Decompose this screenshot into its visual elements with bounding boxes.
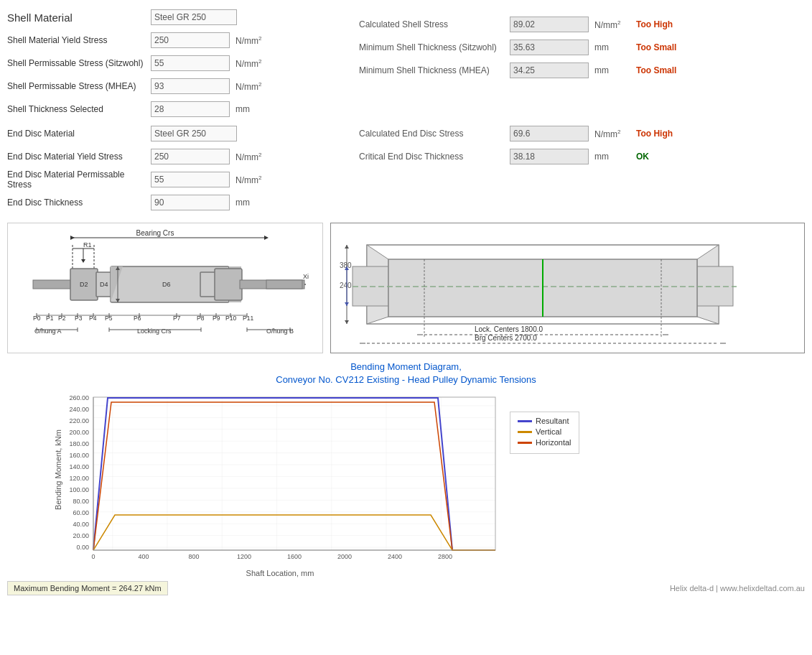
bending-moment-svg: 260.00 240.00 220.00 200.00 180.00 160.0… (57, 394, 503, 566)
shell-yield-stress-unit: N/mm2 (235, 35, 261, 46)
shell-material-input[interactable] (151, 9, 237, 25)
calc-end-disc-thick-label: Critical End Disc Thickness (359, 152, 510, 162)
x-axis-title: Shaft Location, mm (57, 569, 503, 577)
svg-text:P3: P3 (75, 315, 83, 322)
svg-text:P5: P5 (105, 315, 113, 322)
svg-text:P1: P1 (46, 315, 54, 322)
pulley-svg: Bearing Crs R1 (11, 227, 313, 349)
calc-end-disc-thick-status: OK (636, 152, 649, 162)
end-disc-thickness-label: End Disc Thickness (7, 198, 151, 208)
svg-text:D4: D4 (100, 281, 108, 288)
calc-end-disc-stress-value (510, 126, 589, 141)
legend-horizontal-label: Horizontal (536, 438, 571, 447)
svg-text:0: 0 (91, 553, 95, 560)
svg-text:100.00: 100.00 (69, 486, 89, 493)
svg-text:240.00: 240.00 (69, 406, 89, 413)
chart-title: Bending Moment Diagram, Conveyor No. CV2… (7, 361, 805, 386)
svg-rect-62 (266, 280, 302, 289)
end-disc-perm-label: End Disc Material Permissable Stress (7, 169, 151, 190)
end-disc-thickness-input[interactable] (151, 195, 230, 210)
svg-text:800: 800 (188, 553, 199, 560)
legend-horizontal: Horizontal (518, 438, 571, 447)
calc-shell-thick-sitz-label: Minimum Shell Thickness (Sitzwohl) (359, 42, 510, 52)
svg-text:O/hung B: O/hung B (266, 328, 294, 335)
svg-text:2000: 2000 (337, 553, 352, 560)
legend-vertical: Vertical (518, 427, 571, 436)
shell-thickness-unit: mm (235, 104, 250, 114)
shell-perm-sitz-label: Shell Permissable Stress (Sitzwohl) (7, 58, 151, 68)
svg-text:D2: D2 (80, 281, 88, 288)
legend-resultant: Resultant (518, 417, 571, 425)
shell-yield-stress-label: Shell Material Yield Stress (7, 35, 151, 45)
calc-shell-stress-value (510, 17, 589, 32)
end-disc-perm-unit: N/mm2 (235, 175, 261, 185)
shell-thickness-label: Shell Thickness Selected (7, 104, 151, 114)
pulley-3d-svg: 380 240 (331, 223, 755, 349)
svg-rect-90 (93, 397, 495, 550)
svg-text:200.00: 200.00 (69, 429, 89, 436)
calc-shell-stress-unit: N/mm2 (594, 19, 630, 30)
svg-text:240: 240 (340, 282, 352, 289)
svg-text:2800: 2800 (438, 553, 452, 560)
shell-perm-sitz-unit: N/mm2 (235, 58, 261, 69)
footer-bar: Maximum Bending Moment = 264.27 kNm Heli… (7, 581, 805, 595)
svg-text:400: 400 (138, 553, 149, 560)
svg-text:1600: 1600 (287, 553, 302, 560)
shell-thickness-input[interactable] (151, 101, 230, 117)
svg-text:260.00: 260.00 (69, 394, 89, 401)
shell-perm-mhea-input[interactable] (151, 78, 230, 94)
calc-shell-stress-status: Too High (636, 19, 673, 29)
svg-text:1200: 1200 (237, 553, 251, 560)
svg-text:220.00: 220.00 (69, 417, 89, 424)
calc-shell-thick-sitz-value (510, 40, 589, 55)
calc-end-disc-thick-unit: mm (594, 152, 630, 162)
end-disc-perm-input[interactable] (151, 172, 230, 187)
svg-rect-9 (33, 280, 73, 289)
calc-shell-thick-mhea-value (510, 62, 589, 78)
shell-material-label: Shell Material (7, 11, 151, 24)
y-axis-title: Bending Moment, kNm (54, 429, 62, 510)
shell-perm-mhea-label: Shell Permissable Stress (MHEA) (7, 81, 151, 91)
end-disc-material-label: End Disc Material (7, 129, 151, 139)
end-disc-yield-label: End Disc Material Yield Stress (7, 152, 151, 162)
shell-perm-sitz-input[interactable] (151, 55, 230, 71)
svg-text:P6: P6 (134, 315, 141, 322)
end-disc-yield-unit: N/mm2 (235, 152, 261, 162)
end-disc-yield-input[interactable] (151, 149, 230, 164)
calc-shell-thick-mhea-status: Too Small (636, 65, 676, 75)
svg-text:D6: D6 (162, 281, 171, 288)
chart-legend: Resultant Vertical Horizontal (510, 412, 579, 454)
svg-text:Xi: Xi (303, 273, 309, 280)
calc-end-disc-stress-unit: N/mm2 (594, 129, 630, 139)
svg-text:40.00: 40.00 (73, 521, 89, 528)
calc-shell-thick-mhea-unit: mm (594, 65, 630, 75)
svg-text:140.00: 140.00 (69, 463, 89, 470)
calc-shell-thick-sitz-status: Too Small (636, 42, 676, 52)
max-bending-label: Maximum Bending Moment = 264.27 kNm (7, 581, 168, 595)
shell-yield-stress-input[interactable] (151, 32, 230, 48)
calc-shell-thick-mhea-label: Minimum Shell Thickness (MHEA) (359, 65, 510, 75)
svg-text:20.00: 20.00 (73, 532, 89, 539)
svg-text:180.00: 180.00 (69, 440, 89, 447)
end-disc-material-input[interactable] (151, 126, 237, 141)
svg-text:160.00: 160.00 (69, 452, 89, 459)
svg-rect-19 (215, 269, 242, 300)
svg-text:R1: R1 (83, 241, 92, 248)
svg-text:O/hung A: O/hung A (34, 328, 62, 335)
svg-text:Bearing Crs: Bearing Crs (136, 229, 174, 237)
pulley-schematic: Bearing Crs R1 (7, 223, 323, 353)
svg-text:80.00: 80.00 (73, 498, 89, 505)
svg-text:P11: P11 (243, 315, 253, 322)
svg-text:Locking Crs: Locking Crs (137, 328, 172, 335)
shell-perm-mhea-unit: N/mm2 (235, 81, 261, 92)
calc-shell-thick-sitz-unit: mm (594, 42, 630, 52)
bending-moment-chart: Bending Moment Diagram, Conveyor No. CV2… (7, 361, 805, 577)
calc-end-disc-stress-status: Too High (636, 129, 673, 139)
calc-end-disc-thick-value (510, 149, 589, 164)
legend-resultant-label: Resultant (536, 417, 569, 425)
svg-text:380: 380 (340, 261, 352, 269)
calc-end-disc-stress-label: Calculated End Disc Stress (359, 129, 510, 139)
svg-text:0.00: 0.00 (76, 544, 89, 551)
end-disc-thickness-unit: mm (235, 198, 250, 208)
calc-shell-stress-label: Calculated Shell Stress (359, 19, 510, 29)
